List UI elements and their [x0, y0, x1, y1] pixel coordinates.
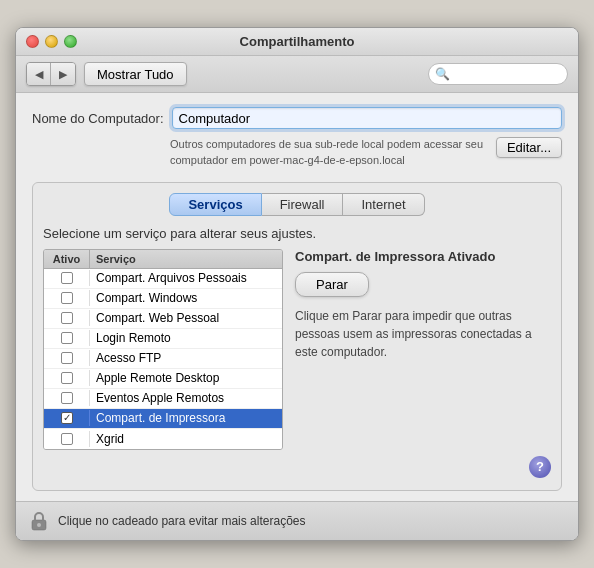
services-layout: Ativo Serviço Compart. Arquivos Pessoais… — [43, 249, 551, 450]
search-box: 🔍 — [428, 63, 568, 85]
mostrar-tudo-button[interactable]: Mostrar Tudo — [84, 62, 187, 86]
instruction-text: Selecione um serviço para alterar seus a… — [43, 226, 551, 241]
cell-checkbox-7[interactable] — [44, 410, 90, 426]
editar-button[interactable]: Editar... — [496, 137, 562, 158]
window-title: Compartilhamento — [240, 34, 355, 49]
cell-checkbox-1[interactable] — [44, 290, 90, 306]
checkbox-1[interactable] — [61, 292, 73, 304]
checkbox-7[interactable] — [61, 412, 73, 424]
search-icon: 🔍 — [435, 67, 450, 81]
computer-name-input[interactable] — [172, 107, 562, 129]
cell-label-3[interactable]: Login Remoto — [90, 329, 282, 347]
checkbox-4[interactable] — [61, 352, 73, 364]
cell-label-6[interactable]: Eventos Apple Remotos — [90, 389, 282, 407]
tabs: Serviços Firewall Internet — [43, 193, 551, 216]
service-title: Compart. de Impressora Ativado — [295, 249, 551, 264]
table-row[interactable]: Acesso FTP — [44, 349, 282, 369]
nav-buttons: ◀ ▶ — [26, 62, 76, 86]
lock-icon[interactable] — [28, 510, 50, 532]
cell-label-5[interactable]: Apple Remote Desktop — [90, 369, 282, 387]
cell-label-4[interactable]: Acesso FTP — [90, 349, 282, 367]
computer-name-label: Nome do Computador: — [32, 111, 164, 126]
cell-label-2[interactable]: Compart. Web Pessoal — [90, 309, 282, 327]
service-info: Compart. de Impressora Ativado Parar Cli… — [295, 249, 551, 450]
cell-label-0[interactable]: Compart. Arquivos Pessoais — [90, 269, 282, 287]
table-row[interactable]: Xgrid — [44, 429, 282, 449]
content-area: Nome do Computador: Outros computadores … — [16, 93, 578, 501]
cell-checkbox-2[interactable] — [44, 310, 90, 326]
checkbox-8[interactable] — [61, 433, 73, 445]
maximize-button[interactable] — [64, 35, 77, 48]
forward-button[interactable]: ▶ — [51, 63, 75, 85]
cell-checkbox-8[interactable] — [44, 431, 90, 447]
services-list-container: Ativo Serviço Compart. Arquivos Pessoais… — [43, 249, 283, 450]
status-text: Clique no cadeado para evitar mais alter… — [58, 514, 305, 528]
checkbox-3[interactable] — [61, 332, 73, 344]
cell-checkbox-3[interactable] — [44, 330, 90, 346]
table-row[interactable]: Compart. Arquivos Pessoais — [44, 269, 282, 289]
minimize-button[interactable] — [45, 35, 58, 48]
table-row[interactable]: Eventos Apple Remotos — [44, 389, 282, 409]
table-body: Compart. Arquivos Pessoais Compart. Wind… — [44, 269, 282, 449]
help-button[interactable]: ? — [529, 456, 551, 478]
titlebar: Compartilhamento — [16, 28, 578, 56]
toolbar: ◀ ▶ Mostrar Tudo 🔍 — [16, 56, 578, 93]
header-servico: Serviço — [90, 250, 282, 268]
cell-checkbox-6[interactable] — [44, 390, 90, 406]
table-row[interactable]: Login Remoto — [44, 329, 282, 349]
tab-servicos[interactable]: Serviços — [169, 193, 261, 216]
computer-name-row: Nome do Computador: — [32, 107, 562, 129]
cell-checkbox-4[interactable] — [44, 350, 90, 366]
description-row: Outros computadores de sua sub-rede loca… — [32, 137, 562, 168]
table-row[interactable]: Compart. Web Pessoal — [44, 309, 282, 329]
service-description: Clique em Parar para impedir que outras … — [295, 307, 551, 361]
parar-button[interactable]: Parar — [295, 272, 369, 297]
tab-firewall[interactable]: Firewall — [262, 193, 344, 216]
main-window: Compartilhamento ◀ ▶ Mostrar Tudo 🔍 Nome… — [15, 27, 579, 541]
svg-point-1 — [37, 523, 41, 527]
back-button[interactable]: ◀ — [27, 63, 51, 85]
header-ativo: Ativo — [44, 250, 90, 268]
cell-label-1[interactable]: Compart. Windows — [90, 289, 282, 307]
services-table: Ativo Serviço Compart. Arquivos Pessoais… — [43, 249, 283, 450]
cell-checkbox-0[interactable] — [44, 270, 90, 286]
bottom-bar: ? — [43, 450, 551, 480]
table-row-selected[interactable]: Compart. de Impressora — [44, 409, 282, 429]
cell-label-7[interactable]: Compart. de Impressora — [90, 409, 282, 427]
description-text: Outros computadores de sua sub-rede loca… — [170, 137, 488, 168]
cell-label-8[interactable]: Xgrid — [90, 430, 282, 448]
cell-checkbox-5[interactable] — [44, 370, 90, 386]
status-bar: Clique no cadeado para evitar mais alter… — [16, 501, 578, 540]
traffic-lights — [26, 35, 77, 48]
close-button[interactable] — [26, 35, 39, 48]
table-row[interactable]: Compart. Windows — [44, 289, 282, 309]
checkbox-2[interactable] — [61, 312, 73, 324]
checkbox-6[interactable] — [61, 392, 73, 404]
table-row[interactable]: Apple Remote Desktop — [44, 369, 282, 389]
tab-internet[interactable]: Internet — [343, 193, 424, 216]
main-panel: Serviços Firewall Internet Selecione um … — [32, 182, 562, 491]
checkbox-5[interactable] — [61, 372, 73, 384]
checkbox-0[interactable] — [61, 272, 73, 284]
table-header: Ativo Serviço — [44, 250, 282, 269]
